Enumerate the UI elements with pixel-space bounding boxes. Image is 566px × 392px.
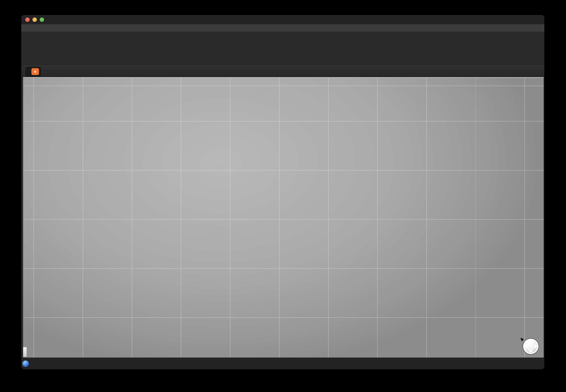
zoom-dropdown-icon[interactable]: ∨: [31, 68, 39, 75]
status-bar: [21, 358, 544, 369]
category-tabbar: [21, 24, 544, 32]
grasshopper-window: ∨: [21, 15, 544, 369]
mini-toolbar: [23, 347, 27, 357]
zoom-widget[interactable]: ∨: [26, 67, 41, 76]
ribbon: [21, 32, 544, 64]
canvas[interactable]: [23, 77, 544, 358]
titlebar: [21, 15, 544, 24]
cursor-icon: [520, 338, 524, 341]
alert-badge[interactable]: [22, 361, 29, 367]
traffic-lights: [25, 17, 44, 22]
maximize-button[interactable]: [40, 17, 44, 22]
minimize-button[interactable]: [32, 17, 37, 22]
canvas-toolbar: ∨: [21, 64, 544, 79]
nav-ball[interactable]: [517, 335, 540, 357]
canvas-graphics: [23, 78, 544, 358]
close-button[interactable]: [25, 17, 30, 22]
